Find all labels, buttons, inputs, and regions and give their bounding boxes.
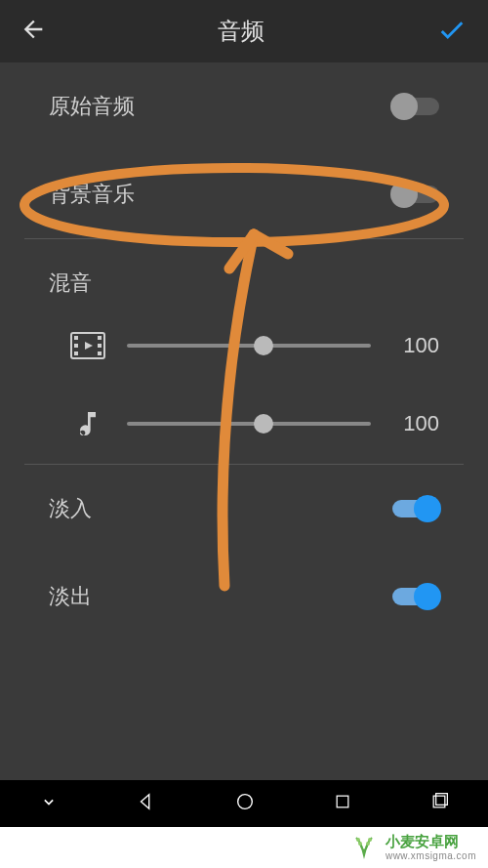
fade-in-toggle[interactable] <box>392 500 439 517</box>
svg-point-13 <box>368 838 372 842</box>
watermark-title: 小麦安卓网 <box>386 834 459 850</box>
header: 音频 <box>0 0 488 62</box>
film-icon <box>68 332 107 359</box>
watermark: 小麦安卓网 www.xmsigma.com <box>0 827 488 868</box>
toggle-knob <box>390 181 418 208</box>
wheat-icon <box>348 830 380 865</box>
nav-back-icon[interactable] <box>136 791 157 816</box>
fade-in-label: 淡入 <box>49 494 392 523</box>
toggle-knob <box>390 93 418 120</box>
confirm-button[interactable] <box>435 13 468 50</box>
svg-rect-6 <box>98 351 102 355</box>
svg-rect-10 <box>434 796 446 807</box>
background-music-label: 背景音乐 <box>49 180 392 209</box>
music-volume-row: 100 <box>0 384 488 464</box>
svg-rect-9 <box>337 796 348 807</box>
music-volume-value: 100 <box>390 411 439 436</box>
background-music-toggle[interactable] <box>392 186 439 203</box>
video-volume-slider[interactable] <box>127 344 371 348</box>
page-title: 音频 <box>218 16 264 47</box>
svg-point-15 <box>366 842 370 846</box>
toggle-knob <box>414 583 441 610</box>
nav-extra-icon[interactable] <box>429 792 449 815</box>
fade-out-label: 淡出 <box>49 582 392 611</box>
fade-out-row: 淡出 <box>0 553 488 641</box>
svg-rect-4 <box>98 336 102 340</box>
svg-rect-3 <box>74 351 78 355</box>
original-audio-toggle[interactable] <box>392 98 439 115</box>
original-audio-label: 原始音频 <box>49 92 392 121</box>
mixer-label: 混音 <box>0 239 488 308</box>
svg-point-12 <box>356 838 360 842</box>
original-audio-row: 原始音频 <box>0 62 488 150</box>
svg-rect-11 <box>436 794 448 806</box>
music-note-icon <box>68 408 107 439</box>
nav-home-icon[interactable] <box>234 791 256 816</box>
watermark-text: 小麦安卓网 www.xmsigma.com <box>386 834 476 861</box>
nav-expand-icon[interactable] <box>39 792 59 815</box>
svg-point-14 <box>358 842 362 846</box>
background-music-row: 背景音乐 <box>0 150 488 238</box>
video-volume-row: 100 <box>0 308 488 384</box>
svg-point-8 <box>238 795 253 809</box>
svg-rect-1 <box>74 336 78 340</box>
slider-knob <box>254 414 273 434</box>
content: 原始音频 背景音乐 混音 100 <box>0 62 488 641</box>
fade-out-toggle[interactable] <box>392 588 439 605</box>
slider-knob <box>254 336 273 355</box>
watermark-url: www.xmsigma.com <box>386 850 476 861</box>
back-button[interactable] <box>20 16 47 47</box>
music-volume-slider[interactable] <box>127 422 371 426</box>
nav-recents-icon[interactable] <box>333 792 352 815</box>
toggle-knob <box>414 495 441 522</box>
android-navbar <box>0 780 488 827</box>
video-volume-value: 100 <box>390 333 439 358</box>
fade-in-row: 淡入 <box>0 465 488 553</box>
svg-rect-5 <box>98 344 102 348</box>
svg-rect-2 <box>74 344 78 348</box>
